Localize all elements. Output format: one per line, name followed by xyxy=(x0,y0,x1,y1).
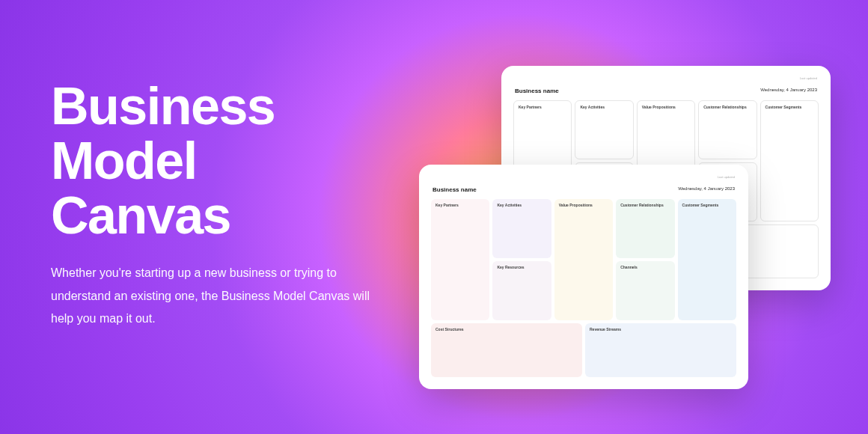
canvas-preview-front: Business name Last updated Wednesday, 4 … xyxy=(419,165,748,389)
cell-key-activities: Key Activities xyxy=(492,199,551,258)
canvas-date: Wednesday, 4 January 2023 xyxy=(678,186,735,191)
canvas-title: Business name xyxy=(515,88,559,94)
hero-title: Business Model Canvas xyxy=(51,79,380,242)
cell-label: Key Resources xyxy=(497,265,546,269)
cell-key-resources: Key Resources xyxy=(492,261,551,320)
cell-label: Customer Segments xyxy=(682,203,732,207)
hero-description: Whether you're starting up a new busines… xyxy=(51,262,380,330)
canvas-date-label: Last updated xyxy=(760,76,817,80)
cell-customer-segments: Customer Segments xyxy=(678,199,736,320)
canvas-header: Business name Last updated Wednesday, 4 … xyxy=(431,175,736,193)
cell-label: Channels xyxy=(620,265,670,269)
cell-customer-relationships: Customer Relationships xyxy=(616,199,674,258)
cell-label: Key Partners xyxy=(435,203,485,207)
cell-label: Customer Relationships xyxy=(620,203,670,207)
canvas-date-label: Last updated xyxy=(678,175,735,179)
canvas-date-block: Last updated Wednesday, 4 January 2023 xyxy=(678,175,735,193)
cell-cost-structures: Cost Structures xyxy=(431,323,582,377)
canvas-title: Business name xyxy=(433,186,477,193)
cell-label: Key Activities xyxy=(497,203,546,207)
cell-label: Revenue Streams xyxy=(590,327,732,331)
cell-label: Customer Segments xyxy=(765,105,813,109)
cell-label: Value Propositions xyxy=(559,203,608,207)
cell-customer-segments: Customer Segments xyxy=(760,100,819,221)
cell-channels: Channels xyxy=(616,261,674,320)
canvas-bottom-grid: Cost Structures Revenue Streams xyxy=(431,323,736,377)
cell-label: Cost Structures xyxy=(435,327,578,331)
canvas-top-grid: Key Partners Key Activities Value Propos… xyxy=(431,199,736,320)
cell-key-activities: Key Activities xyxy=(575,100,633,159)
canvas-date-block: Last updated Wednesday, 4 January 2023 xyxy=(760,76,817,94)
cell-value-propositions: Value Propositions xyxy=(554,199,613,320)
cell-customer-relationships: Customer Relationships xyxy=(698,100,757,159)
canvas-date: Wednesday, 4 January 2023 xyxy=(760,88,817,92)
cell-label: Key Activities xyxy=(580,105,628,109)
cell-key-partners: Key Partners xyxy=(431,199,489,320)
cell-revenue-streams: Revenue Streams xyxy=(585,323,736,377)
hero-text-block: Business Model Canvas Whether you're sta… xyxy=(51,79,380,331)
cell-label: Customer Relationships xyxy=(703,105,751,109)
cell-label: Key Partners xyxy=(519,105,566,109)
canvas-header: Business name Last updated Wednesday, 4 … xyxy=(513,76,819,94)
cell-label: Value Propositions xyxy=(642,105,690,109)
